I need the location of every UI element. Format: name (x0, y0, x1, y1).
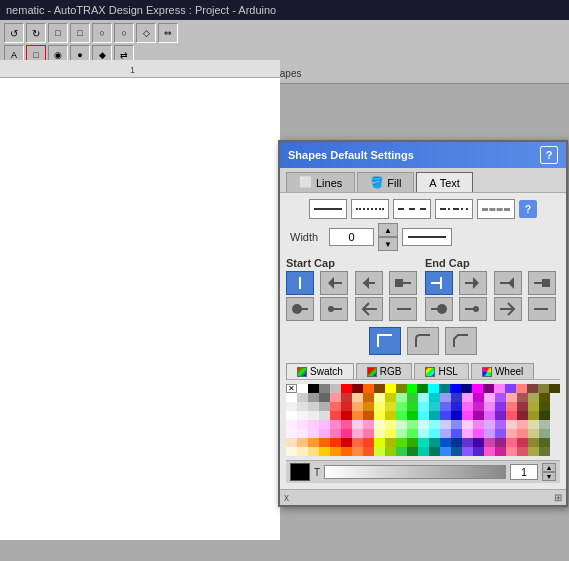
swatch-cell[interactable] (297, 420, 308, 429)
swatch-cell[interactable] (407, 393, 418, 402)
swatch-cell[interactable] (418, 402, 429, 411)
swatch-cell[interactable] (407, 438, 418, 447)
swatch-cell[interactable] (352, 393, 363, 402)
line-style-dotted[interactable] (351, 199, 389, 219)
swatch-cell[interactable] (374, 411, 385, 420)
swatch-cell[interactable] (462, 393, 473, 402)
swatch-cell[interactable] (505, 384, 516, 393)
swatch-cell[interactable] (439, 384, 450, 393)
swatch-cell[interactable] (374, 420, 385, 429)
swatch-cell[interactable] (506, 429, 517, 438)
swatch-cell[interactable] (418, 411, 429, 420)
swatch-cell[interactable] (539, 393, 550, 402)
swatch-cell[interactable] (484, 393, 495, 402)
color-tab-wheel[interactable]: Wheel (471, 363, 534, 379)
swatch-cell[interactable] (396, 438, 407, 447)
swatch-cell[interactable] (286, 411, 297, 420)
swatch-cell[interactable] (528, 447, 539, 456)
swatch-cell[interactable] (450, 384, 461, 393)
swatch-cell[interactable] (319, 402, 330, 411)
swatch-cell[interactable] (407, 429, 418, 438)
swatch-cell[interactable] (495, 402, 506, 411)
tool-rect2[interactable]: □ (70, 23, 90, 43)
swatch-cell[interactable] (495, 393, 506, 402)
color-tab-hsl[interactable]: HSL (414, 363, 468, 379)
end-cap-none[interactable] (528, 297, 556, 321)
swatch-cell[interactable] (462, 411, 473, 420)
swatch-cell[interactable] (396, 447, 407, 456)
swatch-cell[interactable] (506, 420, 517, 429)
opacity-input[interactable]: 1 (510, 464, 538, 480)
swatch-cell[interactable] (385, 393, 396, 402)
swatch-cell[interactable] (341, 438, 352, 447)
dialog-bottom-resize[interactable]: ⊞ (554, 492, 562, 503)
swatch-cell[interactable] (517, 429, 528, 438)
swatch-cell[interactable] (539, 429, 550, 438)
swatch-cell[interactable] (374, 393, 385, 402)
swatch-cell[interactable] (330, 447, 341, 456)
swatch-cell[interactable] (429, 402, 440, 411)
swatch-cell[interactable] (286, 438, 297, 447)
swatch-cell[interactable] (352, 402, 363, 411)
swatch-cell[interactable] (385, 429, 396, 438)
swatch-cell[interactable] (539, 438, 550, 447)
swatch-cell[interactable] (517, 393, 528, 402)
swatch-cell[interactable] (308, 384, 319, 393)
swatch-cell[interactable] (308, 411, 319, 420)
swatch-cell[interactable] (352, 411, 363, 420)
swatch-cell[interactable] (517, 411, 528, 420)
swatch-cell[interactable] (418, 447, 429, 456)
swatch-cell[interactable] (407, 447, 418, 456)
width-input[interactable]: 0 (329, 228, 374, 246)
swatch-cell[interactable] (330, 384, 341, 393)
swatch-cell[interactable] (462, 438, 473, 447)
swatch-cell[interactable] (473, 402, 484, 411)
end-cap-arrow-out[interactable] (494, 271, 522, 295)
swatch-cell[interactable] (462, 429, 473, 438)
swatch-cell[interactable] (341, 420, 352, 429)
dialog-help-button[interactable]: ? (540, 146, 558, 164)
swatch-transparent[interactable]: ✕ (286, 384, 297, 393)
swatch-cell[interactable] (330, 429, 341, 438)
swatch-cell[interactable] (418, 420, 429, 429)
swatch-cell[interactable] (374, 402, 385, 411)
swatch-cell[interactable] (297, 411, 308, 420)
swatch-cell[interactable] (428, 384, 439, 393)
swatch-cell[interactable] (473, 438, 484, 447)
swatch-cell[interactable] (407, 420, 418, 429)
swatch-cell[interactable] (528, 420, 539, 429)
tab-text[interactable]: A Text (416, 172, 473, 192)
swatch-cell[interactable] (473, 420, 484, 429)
swatch-cell[interactable] (517, 438, 528, 447)
tool-flip[interactable]: ⇔ (158, 23, 178, 43)
swatch-cell[interactable] (385, 384, 396, 393)
swatch-cell[interactable] (484, 429, 495, 438)
swatch-cell[interactable] (440, 411, 451, 420)
swatch-cell[interactable] (286, 402, 297, 411)
swatch-cell[interactable] (461, 384, 472, 393)
end-cap-round[interactable] (425, 297, 453, 321)
swatch-cell[interactable] (308, 438, 319, 447)
swatch-cell[interactable] (297, 447, 308, 456)
swatch-cell[interactable] (429, 429, 440, 438)
swatch-cell[interactable] (451, 420, 462, 429)
swatch-cell[interactable] (330, 438, 341, 447)
swatch-cell[interactable] (396, 384, 407, 393)
opacity-slider[interactable] (324, 465, 506, 479)
swatch-cell[interactable] (374, 447, 385, 456)
tool-circle[interactable]: ○ (92, 23, 112, 43)
swatch-cell[interactable] (451, 429, 462, 438)
line-style-longdash[interactable] (477, 199, 515, 219)
swatch-cell[interactable] (363, 411, 374, 420)
swatch-cell[interactable] (528, 402, 539, 411)
swatch-cell[interactable] (319, 438, 330, 447)
swatch-cell[interactable] (549, 384, 560, 393)
swatch-cell[interactable] (319, 384, 330, 393)
swatch-cell[interactable] (484, 420, 495, 429)
swatch-cell[interactable] (396, 393, 407, 402)
swatch-cell[interactable] (385, 411, 396, 420)
swatch-cell[interactable] (407, 402, 418, 411)
swatch-cell[interactable] (528, 429, 539, 438)
opacity-up[interactable]: ▲ (542, 463, 556, 472)
end-cap-dot[interactable] (459, 297, 487, 321)
